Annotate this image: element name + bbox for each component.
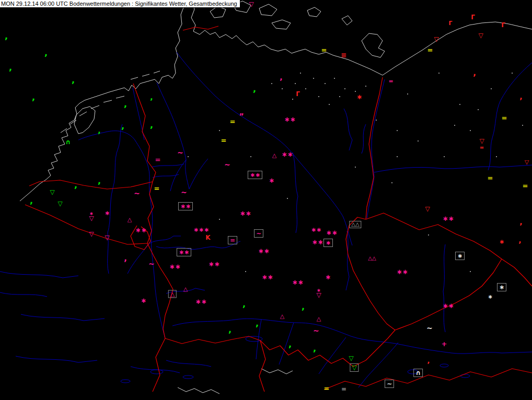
weather-symbol-wave: ∩ <box>65 139 71 145</box>
weather-symbol-snow: ∗∗ <box>248 171 262 179</box>
weather-symbol-snow: ∗∗ <box>195 298 207 305</box>
weather-symbol-drizzle: , <box>72 76 75 85</box>
weather-symbol-snow: ∗∗ <box>326 229 338 236</box>
weather-symbol-cross: + <box>442 340 447 347</box>
weather-symbol-drizzle: , <box>519 93 522 100</box>
weather-symbol-snow: ∗∗ <box>284 116 296 123</box>
weather-symbol-mark: Γ <box>296 91 300 97</box>
weather-symbol-fog: ≡ <box>341 52 347 58</box>
weather-symbol-snow: ∗ <box>269 177 275 184</box>
weather-symbol-mist: = <box>155 156 161 163</box>
weather-symbol-drizzle: , <box>98 127 100 134</box>
weather-symbol-graupel: △ <box>272 152 276 158</box>
weather-symbol-drizzle: , <box>518 237 521 244</box>
weather-symbol-snow: ∗∗ <box>262 274 273 280</box>
weather-symbol-drizzle: ” <box>239 112 244 120</box>
weather-symbol-graupel: △△ <box>349 221 361 228</box>
weather-symbol-snow: ∗ <box>499 239 504 245</box>
weather-symbol-shower: ▽ <box>479 138 484 144</box>
weather-symbol-snow: ∗ <box>326 274 331 280</box>
weather-symbol-shower: ▽ <box>50 189 54 195</box>
weather-symbol-graupel: △ <box>317 316 321 322</box>
weather-symbol-drizzle: , <box>32 93 35 102</box>
weather-symbol-mist: = <box>341 386 346 392</box>
weather-symbol-snow: ∗∗ <box>397 268 408 275</box>
weather-symbol-snow: ∗∗ <box>311 227 321 233</box>
weather-map-screen: ,,,,,,,,,,,,,,,,,,,,▽▽▽▽∩▽,∗∗∗∗∗∗∗∗∗∗∗∗∗… <box>0 0 532 400</box>
weather-symbol-snow: ∗∗ <box>135 227 147 233</box>
weather-symbol-mist: = <box>228 236 237 244</box>
weather-symbol-snow: ∗ <box>455 252 465 260</box>
weather-symbol-drizzle: , <box>124 255 127 263</box>
weather-symbol-snow: ∗∗ <box>240 210 251 217</box>
weather-symbol-mark: Γ <box>501 22 505 28</box>
weather-symbol-drizzle: , <box>74 181 77 190</box>
weather-symbol-snow: ∗ <box>357 93 363 100</box>
weather-symbol-haze: ∼ <box>148 260 155 267</box>
weather-symbol-haze: ∼ <box>134 190 140 197</box>
weather-symbol-snow: ∗ <box>89 211 94 216</box>
weather-symbol-shower: ▽ <box>349 355 353 361</box>
weather-symbol-drizzle: , <box>280 74 282 81</box>
title-bar: MON 29.12.14 06:00 UTC Bodenwettermeldun… <box>0 0 240 8</box>
weather-symbol-layer: ,,,,,,,,,,,,,,,,,,,,▽▽▽▽∩▽,∗∗∗∗∗∗∗∗∗∗∗∗∗… <box>0 0 532 400</box>
weather-symbol-snow: ∗ <box>497 283 506 291</box>
weather-symbol-snow: ∗∗ <box>292 279 304 286</box>
weather-symbol-shower: ▽ <box>478 32 483 39</box>
weather-symbol-snow: ∗ <box>141 297 147 304</box>
weather-symbol-drizzle: , <box>30 197 33 205</box>
weather-symbol-mist: = <box>230 118 236 125</box>
weather-symbol-shower: ▽ <box>249 1 253 7</box>
weather-symbol-drizzle: , <box>124 100 127 109</box>
weather-symbol-graupel: △ <box>280 313 284 319</box>
weather-symbol-thunderstorm: K <box>205 234 210 241</box>
weather-symbol-shower: ▽ <box>316 292 321 298</box>
weather-symbol-snow: ∗∗ <box>312 239 323 245</box>
weather-symbol-shower: ▽ <box>89 231 94 237</box>
weather-symbol-graupel: △ <box>168 290 177 298</box>
weather-symbol-drizzle: , <box>288 340 292 349</box>
weather-symbol-mist: = <box>388 78 393 84</box>
weather-symbol-drizzle: , <box>427 357 430 364</box>
weather-symbol-drizzle: , <box>256 320 259 328</box>
weather-symbol-mist: = <box>488 174 493 181</box>
weather-symbol-snow: ∗∗ <box>443 302 454 309</box>
weather-symbol-shower: ▽ <box>350 363 358 372</box>
weather-symbol-drizzle: , <box>473 69 476 77</box>
weather-symbol-mist: = <box>324 385 330 392</box>
weather-symbol-mist: = <box>502 114 507 121</box>
weather-symbol-haze: ∼ <box>181 189 187 196</box>
weather-symbol-drizzle: , <box>228 326 232 334</box>
weather-symbol-drizzle: , <box>253 85 256 93</box>
weather-symbol-snow: ∗∗ <box>177 248 191 256</box>
weather-symbol-snow: ∗∗∗ <box>193 227 209 233</box>
weather-symbol-mist: = <box>523 182 528 189</box>
weather-symbol-mist: = <box>480 145 484 150</box>
weather-symbol-mist: = <box>154 185 160 192</box>
weather-symbol-graupel: △ <box>128 217 132 222</box>
weather-symbol-snow: ∗∗ <box>178 202 193 210</box>
weather-symbol-shower: ▽ <box>525 159 529 165</box>
weather-symbol-snow: ∗ <box>488 294 492 300</box>
weather-symbol-haze: ∼ <box>177 149 183 156</box>
weather-symbol-haze: ∼ <box>313 327 319 334</box>
weather-symbol-mist: = <box>221 137 227 144</box>
weather-symbol-drizzle: , <box>121 122 124 131</box>
weather-symbol-snow: ∗∗ <box>169 263 181 270</box>
weather-symbol-snow: ∗ <box>105 210 110 216</box>
weather-symbol-snow: ∗ <box>323 239 333 247</box>
weather-symbol-drizzle: , <box>44 49 48 57</box>
weather-symbol-drizzle: , <box>313 345 316 353</box>
weather-symbol-drizzle: , <box>242 300 246 309</box>
weather-symbol-drizzle: , <box>150 93 153 101</box>
weather-symbol-haze: ∼ <box>224 161 230 168</box>
weather-symbol-haze: ∼ <box>426 324 433 332</box>
weather-symbol-shower: ▽ <box>434 36 438 42</box>
weather-symbol-mist: = <box>321 46 327 53</box>
weather-symbol-shower: ▽ <box>57 201 62 207</box>
weather-symbol-mark: Γ <box>448 20 452 26</box>
weather-symbol-shower: ▽ <box>89 215 94 221</box>
weather-symbol-wave: ∩ <box>413 369 423 377</box>
weather-symbol-drizzle: , <box>9 64 12 72</box>
weather-symbol-graupel: △△ <box>368 256 376 261</box>
